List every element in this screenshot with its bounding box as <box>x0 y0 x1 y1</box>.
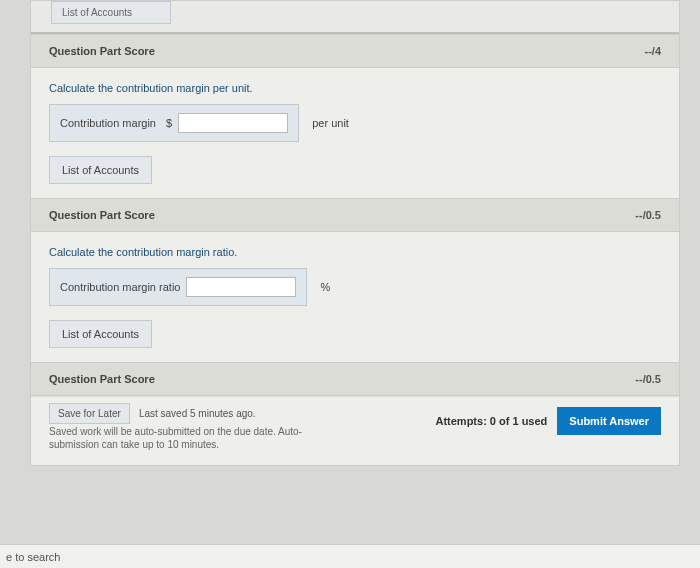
submit-answer-button[interactable]: Submit Answer <box>557 407 661 435</box>
score-label: Question Part Score <box>49 209 155 221</box>
last-saved-text: Last saved 5 minutes ago. <box>139 408 256 419</box>
save-for-later-button[interactable]: Save for Later <box>49 403 130 424</box>
score-label: Question Part Score <box>49 373 155 385</box>
question-part-body: Calculate the contribution margin ratio.… <box>31 232 679 362</box>
search-text[interactable]: e to search <box>6 551 60 563</box>
list-of-accounts-button[interactable]: List of Accounts <box>49 156 152 184</box>
auto-submit-note: Saved work will be auto-submitted on the… <box>49 425 349 451</box>
contribution-margin-input[interactable] <box>178 113 288 133</box>
field-label: Contribution margin ratio <box>60 281 180 293</box>
unit-suffix: per unit <box>312 117 349 129</box>
question-prompt: Calculate the contribution margin ratio. <box>49 246 661 258</box>
currency-symbol: $ <box>166 117 172 129</box>
unit-suffix: % <box>321 281 331 293</box>
question-part-score-bar: Question Part Score --/0.5 <box>31 198 679 232</box>
list-of-accounts-button-top[interactable]: List of Accounts <box>51 1 171 24</box>
taskbar: e to search <box>0 544 700 568</box>
score-value: --/4 <box>645 45 662 57</box>
question-part-score-bar: Question Part Score --/4 <box>31 34 679 68</box>
contribution-margin-row: Contribution margin $ <box>49 104 299 142</box>
contribution-margin-ratio-input[interactable] <box>186 277 296 297</box>
attempts-text: Attempts: 0 of 1 used <box>435 415 547 427</box>
list-of-accounts-button[interactable]: List of Accounts <box>49 320 152 348</box>
field-label: Contribution margin <box>60 117 156 129</box>
question-prompt: Calculate the contribution margin per un… <box>49 82 661 94</box>
question-part-score-bar: Question Part Score --/0.5 <box>31 362 679 396</box>
contribution-margin-ratio-row: Contribution margin ratio <box>49 268 307 306</box>
question-part-body: Calculate the contribution margin per un… <box>31 68 679 198</box>
score-label: Question Part Score <box>49 45 155 57</box>
score-value: --/0.5 <box>635 209 661 221</box>
footer-bar: Save for Later Last saved 5 minutes ago.… <box>31 396 679 465</box>
score-value: --/0.5 <box>635 373 661 385</box>
